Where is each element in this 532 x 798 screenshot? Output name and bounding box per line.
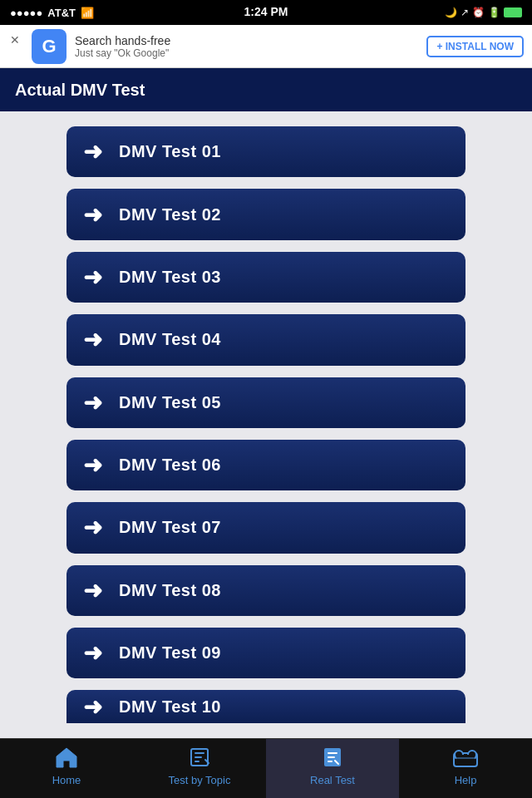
status-icons: 🌙 ↗ ⏰ 🔋 (445, 7, 522, 18)
test-button-label: DMV Test 01 (119, 142, 221, 161)
test-button-9[interactable]: ➜ DMV Test 09 (66, 628, 466, 678)
test-button-2[interactable]: ➜ DMV Test 02 (66, 189, 466, 239)
test-button-7[interactable]: ➜ DMV Test 07 (66, 502, 466, 553)
test-button-6[interactable]: ➜ DMV Test 06 (66, 440, 466, 490)
nav-item-real-test[interactable]: Real Test (266, 739, 399, 798)
ad-logo: G (32, 29, 66, 64)
ad-banner: ✕ G Search hands-free Just say "Ok Googl… (0, 25, 532, 68)
test-button-8[interactable]: ➜ DMV Test 08 (66, 565, 466, 616)
status-bar: ●●●●● AT&T 📶 1:24 PM 🌙 ↗ ⏰ 🔋 (0, 0, 532, 25)
test-button-label: DMV Test 10 (119, 697, 221, 717)
nav-item-home[interactable]: Home (0, 739, 133, 798)
test-button-label: DMV Test 07 (119, 518, 221, 537)
test-button-label: DMV Test 03 (119, 268, 221, 287)
arrow-icon: ➜ (83, 138, 102, 165)
arrow-icon: ➜ (83, 201, 102, 229)
test-button-label: DMV Test 08 (119, 581, 221, 600)
arrow-icon: ➜ (83, 264, 102, 291)
arrow-icon: ➜ (83, 389, 102, 416)
test-button-4[interactable]: ➜ DMV Test 04 (66, 314, 466, 365)
ad-sub-text: Just say "Ok Google" (75, 47, 418, 59)
header: Actual DMV Test (0, 68, 532, 111)
ad-main-text: Search hands-free (75, 34, 418, 47)
battery-icon (504, 7, 522, 17)
home-nav-icon (55, 746, 78, 771)
page-title: Actual DMV Test (15, 81, 145, 100)
bottom-navigation: Home Test by Topic Real Test Help (0, 738, 532, 798)
ad-text: Search hands-free Just say "Ok Google" (66, 34, 426, 59)
content-area: ➜ DMV Test 01 ➜ DMV Test 02 ➜ DMV Test 0… (0, 111, 532, 738)
arrow-icon: ➜ (83, 639, 102, 667)
arrow-icon: ➜ (83, 693, 102, 721)
test-button-label: DMV Test 04 (119, 330, 221, 349)
test-button-1[interactable]: ➜ DMV Test 01 (66, 126, 466, 177)
test-button-3[interactable]: ➜ DMV Test 03 (66, 252, 466, 303)
arrow-icon: ➜ (83, 451, 102, 479)
home-nav-label: Home (52, 774, 81, 786)
test-button-label: DMV Test 02 (119, 205, 221, 224)
test-button-label: DMV Test 06 (119, 456, 221, 475)
ad-close-button[interactable]: ✕ (7, 32, 23, 48)
help-nav-label: Help (455, 774, 477, 786)
arrow-icon: ➜ (83, 326, 102, 353)
nav-item-test-by-topic[interactable]: Test by Topic (133, 739, 266, 798)
help-nav-icon (452, 746, 479, 771)
arrow-icon: ➜ (83, 514, 102, 541)
ad-install-button[interactable]: + INSTALL NOW (426, 36, 524, 57)
test-by-topic-nav-icon (189, 746, 210, 771)
real-test-nav-label: Real Test (310, 774, 355, 786)
test-button-5[interactable]: ➜ DMV Test 05 (66, 377, 466, 428)
status-carrier: ●●●●● AT&T 📶 (10, 7, 94, 19)
test-button-label: DMV Test 05 (119, 393, 221, 412)
test-by-topic-nav-label: Test by Topic (169, 774, 231, 786)
status-time: 1:24 PM (244, 5, 288, 18)
arrow-icon: ➜ (83, 577, 102, 604)
test-button-label: DMV Test 09 (119, 643, 221, 663)
test-button-partial[interactable]: ➜ DMV Test 10 (66, 690, 466, 723)
real-test-nav-icon (322, 746, 343, 771)
nav-item-help[interactable]: Help (399, 739, 532, 798)
